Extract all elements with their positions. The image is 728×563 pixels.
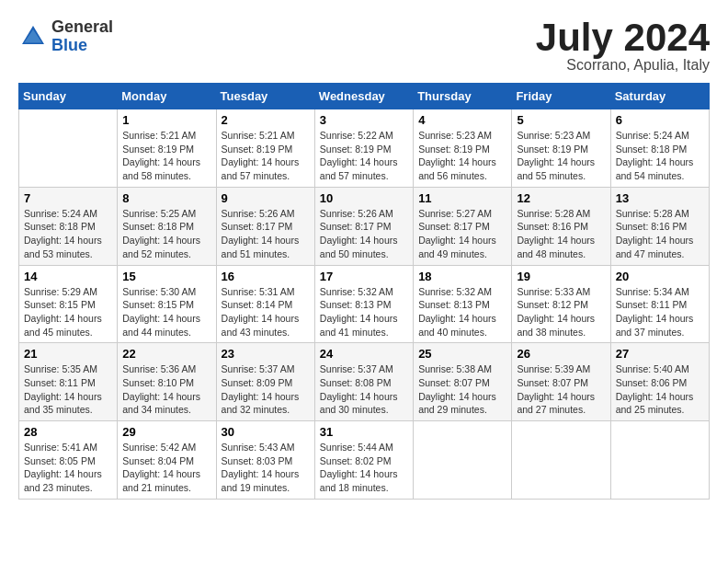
- day-info: Sunrise: 5:28 AM Sunset: 8:16 PM Dayligh…: [517, 207, 605, 261]
- header-cell-friday: Friday: [512, 84, 610, 109]
- day-number: 17: [320, 270, 408, 283]
- day-info: Sunrise: 5:32 AM Sunset: 8:13 PM Dayligh…: [320, 285, 408, 339]
- page-header: General Blue July 2024 Scorrano, Apulia,…: [18, 18, 710, 74]
- day-cell: 26Sunrise: 5:39 AM Sunset: 8:07 PM Dayli…: [512, 343, 610, 421]
- day-cell: 18Sunrise: 5:32 AM Sunset: 8:13 PM Dayli…: [414, 265, 512, 343]
- day-number: 7: [24, 191, 112, 205]
- day-number: 10: [320, 191, 408, 205]
- header-row: SundayMondayTuesdayWednesdayThursdayFrid…: [19, 84, 710, 109]
- day-info: Sunrise: 5:42 AM Sunset: 8:04 PM Dayligh…: [122, 441, 210, 495]
- day-info: Sunrise: 5:39 AM Sunset: 8:07 PM Dayligh…: [517, 362, 605, 417]
- logo-icon: [18, 22, 48, 52]
- day-cell: 9Sunrise: 5:26 AM Sunset: 8:17 PM Daylig…: [216, 187, 314, 265]
- header-cell-sunday: Sunday: [19, 84, 118, 109]
- day-number: 16: [222, 270, 310, 283]
- day-cell: 23Sunrise: 5:37 AM Sunset: 8:09 PM Dayli…: [216, 343, 314, 421]
- day-info: Sunrise: 5:28 AM Sunset: 8:16 PM Dayligh…: [616, 207, 704, 261]
- day-info: Sunrise: 5:43 AM Sunset: 8:03 PM Dayligh…: [222, 441, 310, 495]
- day-number: 27: [616, 347, 704, 361]
- day-cell: 24Sunrise: 5:37 AM Sunset: 8:08 PM Dayli…: [314, 343, 413, 421]
- day-number: 1: [122, 113, 210, 127]
- day-number: 8: [122, 191, 210, 205]
- header-cell-monday: Monday: [118, 84, 216, 109]
- day-cell: [512, 421, 610, 500]
- day-info: Sunrise: 5:37 AM Sunset: 8:09 PM Dayligh…: [222, 362, 310, 417]
- day-info: Sunrise: 5:38 AM Sunset: 8:07 PM Dayligh…: [418, 362, 506, 417]
- day-number: 2: [222, 113, 310, 127]
- day-info: Sunrise: 5:26 AM Sunset: 8:17 PM Dayligh…: [222, 207, 310, 261]
- day-cell: 19Sunrise: 5:33 AM Sunset: 8:12 PM Dayli…: [512, 265, 610, 343]
- calendar-table: SundayMondayTuesdayWednesdayThursdayFrid…: [18, 83, 710, 500]
- header-cell-saturday: Saturday: [610, 84, 709, 109]
- calendar-header: SundayMondayTuesdayWednesdayThursdayFrid…: [19, 84, 710, 109]
- day-number: 4: [418, 113, 506, 127]
- day-number: 20: [616, 270, 704, 283]
- week-row-5: 28Sunrise: 5:41 AM Sunset: 8:05 PM Dayli…: [19, 421, 710, 500]
- day-info: Sunrise: 5:44 AM Sunset: 8:02 PM Dayligh…: [320, 441, 408, 495]
- day-cell: [610, 421, 709, 500]
- day-number: 24: [320, 347, 408, 361]
- day-info: Sunrise: 5:23 AM Sunset: 8:19 PM Dayligh…: [418, 129, 506, 183]
- day-cell: 17Sunrise: 5:32 AM Sunset: 8:13 PM Dayli…: [314, 265, 413, 343]
- day-cell: 16Sunrise: 5:31 AM Sunset: 8:14 PM Dayli…: [216, 265, 314, 343]
- header-cell-thursday: Thursday: [414, 84, 512, 109]
- week-row-4: 21Sunrise: 5:35 AM Sunset: 8:11 PM Dayli…: [19, 343, 710, 421]
- day-number: 19: [517, 270, 605, 283]
- day-info: Sunrise: 5:31 AM Sunset: 8:14 PM Dayligh…: [222, 285, 310, 339]
- day-cell: 30Sunrise: 5:43 AM Sunset: 8:03 PM Dayli…: [216, 421, 314, 500]
- day-number: 9: [222, 191, 310, 205]
- day-cell: 14Sunrise: 5:29 AM Sunset: 8:15 PM Dayli…: [19, 265, 118, 343]
- day-info: Sunrise: 5:30 AM Sunset: 8:15 PM Dayligh…: [122, 285, 210, 339]
- location-subtitle: Scorrano, Apulia, Italy: [536, 57, 710, 74]
- day-cell: 28Sunrise: 5:41 AM Sunset: 8:05 PM Dayli…: [19, 421, 118, 500]
- day-number: 15: [122, 270, 210, 283]
- day-info: Sunrise: 5:24 AM Sunset: 8:18 PM Dayligh…: [24, 207, 112, 261]
- logo-general-text: General: [51, 18, 113, 37]
- day-cell: 5Sunrise: 5:23 AM Sunset: 8:19 PM Daylig…: [512, 109, 610, 188]
- day-info: Sunrise: 5:35 AM Sunset: 8:11 PM Dayligh…: [24, 362, 112, 417]
- day-info: Sunrise: 5:21 AM Sunset: 8:19 PM Dayligh…: [122, 129, 210, 183]
- day-number: 31: [320, 425, 408, 439]
- day-info: Sunrise: 5:41 AM Sunset: 8:05 PM Dayligh…: [24, 441, 112, 495]
- day-number: 13: [616, 191, 704, 205]
- day-info: Sunrise: 5:21 AM Sunset: 8:19 PM Dayligh…: [222, 129, 310, 183]
- day-cell: 27Sunrise: 5:40 AM Sunset: 8:06 PM Dayli…: [610, 343, 709, 421]
- day-cell: 29Sunrise: 5:42 AM Sunset: 8:04 PM Dayli…: [118, 421, 216, 500]
- day-cell: 31Sunrise: 5:44 AM Sunset: 8:02 PM Dayli…: [314, 421, 413, 500]
- day-cell: [19, 109, 118, 188]
- header-cell-wednesday: Wednesday: [314, 84, 413, 109]
- day-number: 23: [222, 347, 310, 361]
- day-info: Sunrise: 5:22 AM Sunset: 8:19 PM Dayligh…: [320, 129, 408, 183]
- week-row-3: 14Sunrise: 5:29 AM Sunset: 8:15 PM Dayli…: [19, 265, 710, 343]
- day-info: Sunrise: 5:27 AM Sunset: 8:17 PM Dayligh…: [418, 207, 506, 261]
- day-number: 26: [517, 347, 605, 361]
- day-cell: 10Sunrise: 5:26 AM Sunset: 8:17 PM Dayli…: [314, 187, 413, 265]
- day-cell: 20Sunrise: 5:34 AM Sunset: 8:11 PM Dayli…: [610, 265, 709, 343]
- day-cell: 25Sunrise: 5:38 AM Sunset: 8:07 PM Dayli…: [414, 343, 512, 421]
- day-number: 28: [24, 425, 112, 439]
- title-area: July 2024 Scorrano, Apulia, Italy: [536, 18, 710, 74]
- day-cell: 8Sunrise: 5:25 AM Sunset: 8:18 PM Daylig…: [118, 187, 216, 265]
- day-cell: 4Sunrise: 5:23 AM Sunset: 8:19 PM Daylig…: [414, 109, 512, 188]
- header-cell-tuesday: Tuesday: [216, 84, 314, 109]
- day-info: Sunrise: 5:36 AM Sunset: 8:10 PM Dayligh…: [122, 362, 210, 417]
- day-number: 22: [122, 347, 210, 361]
- day-cell: 15Sunrise: 5:30 AM Sunset: 8:15 PM Dayli…: [118, 265, 216, 343]
- day-info: Sunrise: 5:26 AM Sunset: 8:17 PM Dayligh…: [320, 207, 408, 261]
- day-cell: 1Sunrise: 5:21 AM Sunset: 8:19 PM Daylig…: [118, 109, 216, 188]
- month-title: July 2024: [536, 18, 710, 57]
- day-info: Sunrise: 5:25 AM Sunset: 8:18 PM Dayligh…: [122, 207, 210, 261]
- day-number: 30: [222, 425, 310, 439]
- day-info: Sunrise: 5:29 AM Sunset: 8:15 PM Dayligh…: [24, 285, 112, 339]
- day-info: Sunrise: 5:37 AM Sunset: 8:08 PM Dayligh…: [320, 362, 408, 417]
- day-info: Sunrise: 5:24 AM Sunset: 8:18 PM Dayligh…: [616, 129, 704, 183]
- day-number: 5: [517, 113, 605, 127]
- day-cell: 21Sunrise: 5:35 AM Sunset: 8:11 PM Dayli…: [19, 343, 118, 421]
- day-info: Sunrise: 5:34 AM Sunset: 8:11 PM Dayligh…: [616, 285, 704, 339]
- day-cell: [414, 421, 512, 500]
- day-number: 18: [418, 270, 506, 283]
- day-cell: 6Sunrise: 5:24 AM Sunset: 8:18 PM Daylig…: [610, 109, 709, 188]
- day-number: 11: [418, 191, 506, 205]
- day-number: 14: [24, 270, 112, 283]
- day-info: Sunrise: 5:32 AM Sunset: 8:13 PM Dayligh…: [418, 285, 506, 339]
